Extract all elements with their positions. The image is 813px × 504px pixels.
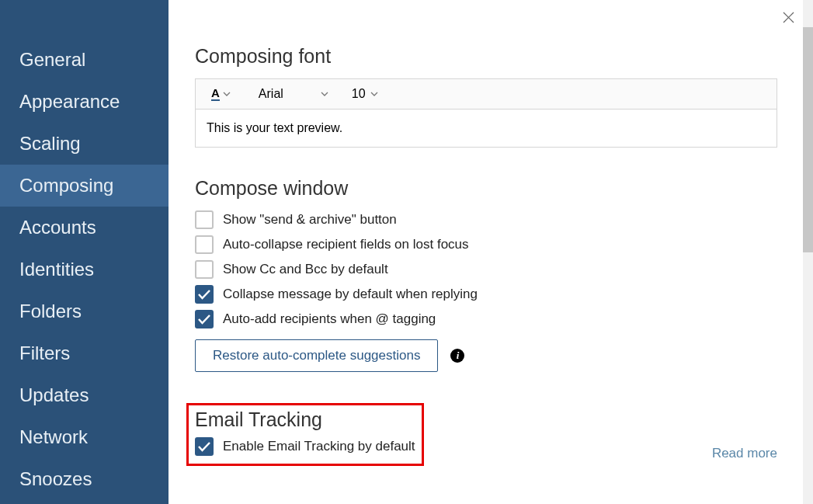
option-auto-add-recipients: Auto-add recipients when @ tagging (195, 310, 777, 328)
compose-window-title: Compose window (195, 177, 777, 200)
sidebar-item-folders[interactable]: Folders (0, 290, 169, 332)
scrollbar-thumb[interactable] (803, 27, 813, 252)
sidebar-item-appearance[interactable]: Appearance (0, 81, 169, 123)
sidebar-item-scaling[interactable]: Scaling (0, 123, 169, 165)
close-icon (783, 12, 794, 23)
restore-row: Restore auto-complete suggestions i (195, 339, 777, 372)
chevron-down-icon (223, 92, 231, 96)
close-button[interactable] (779, 8, 797, 26)
option-send-archive: Show "send & archive" button (195, 210, 777, 229)
email-tracking-row: Email Tracking Enable Email Tracking by … (195, 403, 777, 466)
settings-sidebar: General Appearance Scaling Composing Acc… (0, 0, 169, 504)
checkbox-collapse-reply[interactable] (195, 285, 214, 304)
font-preview: This is your text preview. (195, 109, 777, 148)
checkbox-label: Show "send & archive" button (223, 212, 397, 228)
checkbox-send-archive[interactable] (195, 210, 214, 229)
sidebar-item-composing[interactable]: Composing (0, 165, 169, 207)
read-more-link[interactable]: Read more (712, 446, 777, 461)
composing-font-title: Composing font (195, 45, 777, 68)
option-auto-collapse: Auto-collapse recipient fields on lost f… (195, 235, 777, 254)
option-collapse-reply: Collapse message by default when replyin… (195, 285, 777, 304)
info-icon[interactable]: i (450, 349, 464, 363)
chevron-down-icon (370, 92, 378, 96)
sidebar-item-snoozes[interactable]: Snoozes (0, 458, 169, 500)
email-tracking-highlight: Email Tracking Enable Email Tracking by … (186, 403, 424, 466)
checkbox-auto-collapse[interactable] (195, 235, 214, 254)
sidebar-item-general[interactable]: General (0, 39, 169, 81)
sidebar-item-network[interactable]: Network (0, 416, 169, 458)
sidebar-item-identities[interactable]: Identities (0, 249, 169, 290)
sidebar-item-accounts[interactable]: Accounts (0, 207, 169, 249)
font-name-value: Arial (259, 87, 283, 101)
option-show-cc-bcc: Show Cc and Bcc by default (195, 260, 777, 279)
font-toolbar: A Arial 10 (195, 78, 777, 109)
font-color-button[interactable]: A (208, 85, 234, 103)
checkbox-label: Collapse message by default when replyin… (223, 287, 478, 302)
font-color-icon: A (211, 87, 220, 101)
checkbox-label: Enable Email Tracking by default (223, 439, 415, 454)
checkbox-enable-tracking[interactable] (195, 437, 214, 456)
email-tracking-title: Email Tracking (195, 408, 415, 431)
checkbox-label: Auto-add recipients when @ tagging (223, 311, 436, 327)
sidebar-item-updates[interactable]: Updates (0, 374, 169, 416)
option-enable-tracking: Enable Email Tracking by default (195, 437, 415, 456)
font-size-select[interactable]: 10 (352, 87, 378, 101)
font-size-value: 10 (352, 87, 366, 101)
checkbox-label: Show Cc and Bcc by default (223, 262, 388, 277)
restore-autocomplete-button[interactable]: Restore auto-complete suggestions (195, 339, 438, 372)
settings-main: Composing font A Arial 10 This is your t… (169, 0, 813, 504)
chevron-down-icon (321, 92, 328, 96)
checkbox-show-cc-bcc[interactable] (195, 260, 214, 279)
checkbox-label: Auto-collapse recipient fields on lost f… (223, 237, 469, 252)
checkbox-auto-add-recipients[interactable] (195, 310, 214, 328)
font-name-select[interactable]: Arial (259, 87, 328, 101)
sidebar-item-filters[interactable]: Filters (0, 332, 169, 374)
